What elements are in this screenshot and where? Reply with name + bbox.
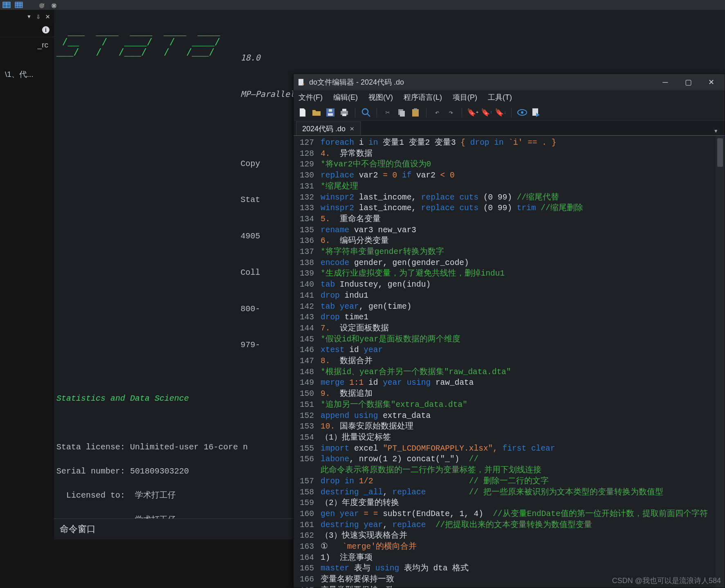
properties-tab[interactable]: \1、代... [0,66,54,83]
minimize-button[interactable]: ─ [656,76,675,88]
do-title-bar[interactable]: do文件编辑器 - 2024代码 .do ─ ▢ ✕ [294,74,725,90]
variables-tab-rc[interactable]: _rc [0,37,54,53]
vertical-scrollbar[interactable] [716,136,725,588]
code-area[interactable]: foreach i in 变量1 变量2 变量3 { drop in `i' =… [318,136,716,588]
line-gutter: 127 128 129 130 131 132 133 134 135 136 … [294,136,318,588]
do-editor-window: do文件编辑器 - 2024代码 .do ─ ▢ ✕ 文件(F) 编辑(E) 视… [293,74,725,588]
do-window-title: do文件编辑器 - 2024代码 .do [309,77,404,87]
svg-text:i: i [45,27,47,33]
filter-icon[interactable]: ▾ [27,12,31,21]
licensed-label: Licensed to: [66,491,125,500]
pin-icon[interactable]: ⇩ [36,12,40,21]
svg-rect-17 [342,109,346,111]
svg-rect-18 [342,114,346,116]
show-results-icon[interactable] [517,108,527,117]
do-menu-bar[interactable]: 文件(F) 编辑(E) 视图(V) 程序语言(L) 项目(P) 工具(T) [294,90,725,104]
print-icon[interactable] [339,108,349,117]
scrollbar-thumb[interactable] [717,138,723,167]
spreadsheet-icon[interactable] [15,2,23,8]
serial-value: 501809303220 [130,467,189,476]
svg-rect-3 [15,2,22,8]
do-file-tab[interactable]: 2024代码 .do ✕ [296,121,361,135]
watermark: CSDN @我也可以是流浪诗人584 [612,576,721,586]
bookmark-toggle-icon[interactable]: 🔖+ [468,108,478,117]
menu-edit[interactable]: 编辑(E) [333,92,358,102]
cut-icon[interactable]: ✂ [383,108,393,117]
version-number: 18.0 [240,53,260,63]
do-toolbar: ✂ ↶ ↷ 🔖+ 🔖↑ 🔖↓ [294,104,725,121]
main-area: ___ ____ ____ ____ ____ /__ / ____/ / __… [54,10,725,588]
redo-icon[interactable]: ↷ [446,108,456,117]
window-close-button[interactable]: ✕ [702,76,721,88]
licensed-value-1: 学术打工仔 [135,491,176,500]
open-file-icon[interactable] [312,108,321,117]
bookmark-next-icon[interactable]: 🔖↓ [496,108,505,117]
svg-point-19 [362,109,368,114]
menu-tools[interactable]: 工具(T) [488,92,512,102]
maximize-button[interactable]: ▢ [679,76,698,88]
svg-point-8 [39,3,45,9]
new-file-icon[interactable] [298,108,308,117]
stata-ascii-logo: ___ ____ ____ ____ ____ /__ / ____/ / __… [56,28,220,59]
undo-icon[interactable]: ↶ [432,108,442,117]
execute-icon[interactable] [531,108,541,117]
do-editor-area[interactable]: 127 128 129 130 131 132 133 134 135 136 … [294,135,725,588]
do-editor-icon [298,79,305,86]
table-icon[interactable] [2,2,11,8]
bookmark-prev-icon[interactable]: 🔖↑ [482,108,492,117]
copy-icon[interactable] [397,108,406,117]
save-icon[interactable] [325,108,335,117]
info-icon[interactable]: i [42,26,50,34]
svg-rect-22 [400,111,405,117]
panel-close-icon[interactable]: ✕ [45,12,50,21]
app-top-strip [0,0,725,10]
tab-overflow-icon[interactable]: ▾ [709,126,722,135]
run-dot-icon[interactable] [38,2,46,8]
svg-point-26 [521,111,523,114]
svg-rect-15 [329,109,332,112]
tab-close-icon[interactable]: ✕ [350,126,355,132]
svg-rect-24 [414,108,417,110]
menu-file[interactable]: 文件(F) [299,92,323,102]
paste-icon[interactable] [411,108,420,117]
search-icon[interactable] [361,108,371,117]
menu-view[interactable]: 视图(V) [368,92,393,102]
do-file-tab-label: 2024代码 .do [302,124,346,134]
left-sidebar: ▾ ⇩ ✕ i _rc \1、代... [0,10,54,588]
serial-label: Serial number: [56,467,125,476]
menu-project[interactable]: 项目(P) [453,92,477,102]
do-tab-row: 2024代码 .do ✕ ▾ [294,121,725,135]
tree-toolbar: ▾ ⇩ ✕ [0,10,54,23]
close-dot-icon[interactable] [50,2,58,8]
svg-rect-14 [328,113,333,116]
licensed-value-2: 学术打工仔 [135,515,176,518]
svg-line-20 [367,114,370,117]
menu-language[interactable]: 程序语言(L) [404,92,442,102]
